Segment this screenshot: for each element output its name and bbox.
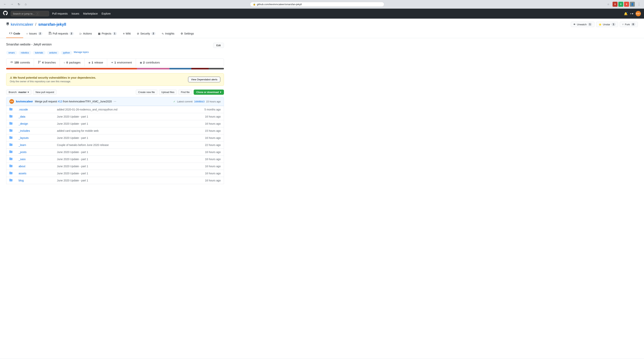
releases-stat[interactable]: ◈ 1 release — [84, 59, 107, 66]
file-name[interactable]: about — [18, 165, 25, 168]
folder-icon — [10, 150, 12, 154]
file-time: 16 hours ago — [181, 156, 224, 163]
file-name[interactable]: _data — [18, 115, 25, 118]
repo-type-icon — [6, 22, 9, 26]
tab-settings[interactable]: ⚙ Settings — [178, 29, 197, 38]
nav-issues[interactable]: Issues — [72, 12, 79, 15]
issues-count: 2 — [38, 32, 42, 35]
projects-tab-icon: ▦ — [98, 32, 100, 35]
star-button[interactable]: ⭐ Unstar 1 — [596, 22, 618, 27]
address-bar[interactable]: 🔒 github.com/kevinmcaleer/smarsfan-jekyl… — [250, 2, 384, 7]
tab-issues[interactable]: ○ Issues 2 — [23, 29, 46, 38]
repo-owner-link[interactable]: kevinmcaleer — [11, 22, 33, 27]
branches-stat[interactable]: 4 branches — [34, 59, 60, 66]
extension-icons: 8 8 8 👤 — [612, 2, 635, 7]
wiki-tab-icon: ≡ — [123, 32, 124, 35]
file-table: .vscode added 2020-01-26-nodemcu_and_mic… — [6, 106, 224, 184]
nav-marketplace[interactable]: Marketplace — [83, 12, 98, 15]
file-name[interactable]: blog — [18, 179, 24, 182]
file-name[interactable]: _includes — [18, 129, 30, 132]
commit-dots[interactable]: ··· — [114, 100, 116, 103]
back-button[interactable]: ← — [2, 2, 8, 7]
file-time: 16 hours ago — [181, 120, 224, 127]
url-text: github.com/kevinmcaleer/smarsfan-jekyll — [257, 3, 302, 6]
manage-topics-link[interactable]: Manage topics — [74, 51, 89, 55]
tab-security[interactable]: ⊘ Security 2 — [134, 29, 158, 38]
file-name[interactable]: assets — [18, 172, 26, 175]
new-pull-request-button[interactable]: New pull request — [33, 90, 56, 95]
contributors-stat[interactable]: ◉ 2 contributors — [136, 59, 164, 66]
find-file-button[interactable]: Find file — [178, 90, 192, 95]
branches-count: 4 — [42, 61, 44, 64]
commit-right: ✓ Latest commit 1660bb3 15 hours ago — [173, 100, 221, 103]
tab-insights[interactable]: ∿ Insights — [158, 29, 177, 38]
repo-stats: 155 commits 4 branches ○ 0 packages ◈ 1 … — [6, 58, 224, 66]
tab-wiki[interactable]: ≡ Wiki — [120, 29, 134, 38]
table-row: _posts June 2020 Update - part 1 16 hour… — [6, 148, 224, 156]
ext-icon-4[interactable]: 👤 — [630, 2, 635, 7]
topic-robotics[interactable]: robotics — [18, 51, 31, 55]
file-name[interactable]: _layouts — [18, 136, 28, 140]
file-name[interactable]: _design — [18, 122, 28, 125]
new-item-button[interactable]: + ▾ — [630, 12, 633, 15]
topic-tutorials[interactable]: tutorials — [33, 51, 46, 55]
commit-hash-link[interactable]: 1660bb3 — [194, 100, 204, 103]
repo-topics: smars robotics tutorials arduino python … — [6, 51, 224, 55]
file-name[interactable]: _sass — [18, 158, 26, 161]
plus-dropdown-icon: ▾ — [632, 12, 633, 15]
topic-python[interactable]: python — [61, 51, 72, 55]
packages-stat[interactable]: ○ 0 packages — [60, 59, 84, 66]
warning-icon: ⚠ — [10, 76, 12, 79]
folder-icon — [10, 158, 12, 161]
github-logo[interactable] — [3, 11, 8, 16]
view-dependabot-button[interactable]: View Dependabot alerts — [188, 77, 220, 82]
browser-menu-button[interactable]: ⋮ — [636, 2, 642, 7]
pr-link[interactable]: #13 — [58, 100, 62, 103]
upload-files-button[interactable]: Upload files — [159, 90, 177, 95]
branches-label: branches — [45, 61, 56, 64]
ext-icon-1[interactable]: 8 — [612, 2, 618, 7]
commits-count: 155 — [14, 61, 19, 64]
file-name[interactable]: _posts — [18, 150, 26, 154]
tab-projects[interactable]: ▦ Projects 1 — [95, 29, 120, 38]
file-name[interactable]: _learn — [18, 144, 26, 146]
topic-arduino[interactable]: arduino — [47, 51, 59, 55]
search-kbd: / — [36, 12, 39, 15]
contributors-count: 2 — [143, 61, 145, 64]
commit-author-link[interactable]: kevinmcaleer — [16, 100, 33, 103]
table-row: .vscode added 2020-01-26-nodemcu_and_mic… — [6, 106, 224, 113]
fork-button[interactable]: ⑂ Fork 0 — [620, 22, 638, 27]
tab-pull-requests[interactable]: Pull requests 2 — [46, 29, 77, 38]
nav-pull-requests[interactable]: Pull requests — [52, 12, 68, 15]
environments-stat[interactable]: ✦ 1 environment — [107, 59, 136, 66]
notifications-button[interactable]: 🔔 — [624, 12, 628, 16]
home-button[interactable]: ⌂ — [23, 2, 28, 7]
file-name[interactable]: .vscode — [18, 108, 28, 111]
nav-explore[interactable]: Explore — [102, 12, 110, 15]
edit-description-button[interactable]: Edit — [213, 43, 224, 48]
commits-stat[interactable]: 155 commits — [6, 59, 34, 66]
ext-icon-3[interactable]: 8 — [624, 2, 629, 7]
topic-smars[interactable]: smars — [6, 51, 17, 55]
lock-icon: 🔒 — [253, 3, 256, 6]
security-tab-icon: ⊘ — [137, 32, 139, 35]
ext-icon-2[interactable]: 8 — [618, 2, 623, 7]
commit-row: KM kevinmcaleer Merge pull request #13 f… — [6, 97, 224, 106]
user-avatar[interactable]: KM ▾ — [636, 11, 641, 16]
create-new-file-button[interactable]: Create new file — [136, 90, 158, 95]
bookmark-button[interactable]: ☆ — [606, 2, 611, 7]
branch-selector[interactable]: Branch: master ▾ — [6, 90, 32, 95]
folder-icon — [10, 122, 12, 126]
releases-icon: ◈ — [88, 61, 90, 64]
tab-code[interactable]: Code — [6, 29, 23, 38]
repo-actions: 👁 Unwatch 1 ⭐ Unstar 1 ⑂ Fork 0 — [571, 22, 638, 27]
clone-or-download-button[interactable]: Clone or download ▾ — [194, 90, 224, 95]
github-topnav: Search or jump to... / Pull requests Iss… — [0, 9, 644, 18]
reload-button[interactable]: ↻ — [16, 2, 22, 7]
tab-actions[interactable]: ▷ Actions — [77, 29, 95, 38]
watch-button[interactable]: 👁 Unwatch 1 — [571, 22, 594, 27]
security-count: 2 — [151, 32, 156, 35]
repo-name-link[interactable]: smarsfan-jekyll — [38, 22, 66, 27]
search-box[interactable]: Search or jump to... / — [11, 11, 49, 16]
forward-button[interactable]: → — [9, 2, 14, 7]
